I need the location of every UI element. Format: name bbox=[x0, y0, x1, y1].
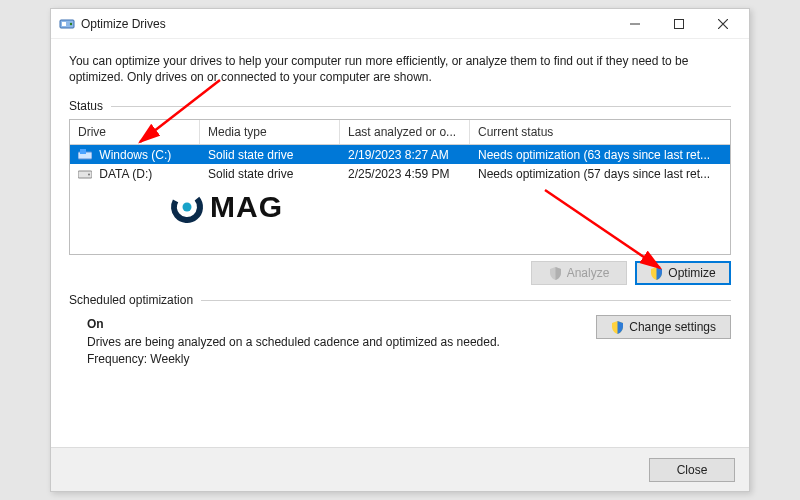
svg-point-2 bbox=[70, 22, 72, 24]
status-buttons: Analyze Optimize bbox=[69, 261, 731, 285]
cell-drive: DATA (D:) bbox=[70, 167, 200, 181]
change-settings-label: Change settings bbox=[629, 320, 716, 334]
col-media[interactable]: Media type bbox=[200, 120, 340, 144]
svg-point-7 bbox=[88, 173, 90, 175]
window-title: Optimize Drives bbox=[81, 17, 166, 31]
analyze-button: Analyze bbox=[531, 261, 627, 285]
cell-drive-name: Windows (C:) bbox=[99, 148, 171, 162]
title-bar: Optimize Drives bbox=[51, 9, 749, 39]
svg-rect-1 bbox=[62, 22, 66, 26]
dialog-footer: Close bbox=[51, 447, 749, 491]
status-label: Status bbox=[69, 99, 103, 113]
shield-icon bbox=[549, 267, 562, 280]
col-current[interactable]: Current status bbox=[470, 120, 730, 144]
schedule-label: Scheduled optimization bbox=[69, 293, 193, 307]
svg-rect-3 bbox=[675, 19, 684, 28]
svg-rect-6 bbox=[78, 171, 92, 178]
schedule-desc: Drives are being analyzed on a scheduled… bbox=[87, 335, 596, 349]
cell-current: Needs optimization (63 days since last r… bbox=[470, 148, 730, 162]
table-row[interactable]: Windows (C:) Solid state drive 2/19/2023… bbox=[70, 145, 730, 164]
cell-current: Needs optimization (57 days since last r… bbox=[470, 167, 730, 181]
schedule-state: On bbox=[87, 317, 596, 331]
table-body: Windows (C:) Solid state drive 2/19/2023… bbox=[70, 145, 730, 254]
close-window-button[interactable] bbox=[701, 10, 745, 38]
app-icon bbox=[59, 16, 75, 32]
group-divider bbox=[111, 106, 731, 107]
col-last[interactable]: Last analyzed or o... bbox=[340, 120, 470, 144]
shield-icon bbox=[611, 321, 624, 334]
cell-last: 2/19/2023 8:27 AM bbox=[340, 148, 470, 162]
shield-icon bbox=[650, 267, 663, 280]
close-label: Close bbox=[677, 463, 708, 477]
drive-icon bbox=[78, 168, 92, 179]
status-group: Status Drive Media type Last analyzed or… bbox=[69, 99, 731, 285]
table-row[interactable]: DATA (D:) Solid state drive 2/25/2023 4:… bbox=[70, 164, 730, 183]
optimize-drives-window: Optimize Drives You can optimize your dr… bbox=[50, 8, 750, 492]
col-drive[interactable]: Drive bbox=[70, 120, 200, 144]
change-settings-button[interactable]: Change settings bbox=[596, 315, 731, 339]
optimize-button[interactable]: Optimize bbox=[635, 261, 731, 285]
cell-drive-name: DATA (D:) bbox=[99, 167, 152, 181]
close-button[interactable]: Close bbox=[649, 458, 735, 482]
maximize-button[interactable] bbox=[657, 10, 701, 38]
cell-drive: Windows (C:) bbox=[70, 148, 200, 162]
group-divider bbox=[201, 300, 731, 301]
cell-media: Solid state drive bbox=[200, 167, 340, 181]
cell-media: Solid state drive bbox=[200, 148, 340, 162]
window-content: You can optimize your drives to help you… bbox=[51, 39, 749, 447]
cell-last: 2/25/2023 4:59 PM bbox=[340, 167, 470, 181]
schedule-group: Scheduled optimization On Drives are bei… bbox=[69, 293, 731, 371]
drive-os-icon bbox=[78, 149, 92, 160]
drive-table[interactable]: Drive Media type Last analyzed or o... C… bbox=[69, 119, 731, 255]
svg-rect-5 bbox=[80, 149, 86, 154]
table-header: Drive Media type Last analyzed or o... C… bbox=[70, 120, 730, 145]
minimize-button[interactable] bbox=[613, 10, 657, 38]
schedule-frequency: Frequency: Weekly bbox=[87, 352, 596, 366]
description-text: You can optimize your drives to help you… bbox=[69, 53, 731, 85]
analyze-label: Analyze bbox=[567, 266, 610, 280]
optimize-label: Optimize bbox=[668, 266, 715, 280]
